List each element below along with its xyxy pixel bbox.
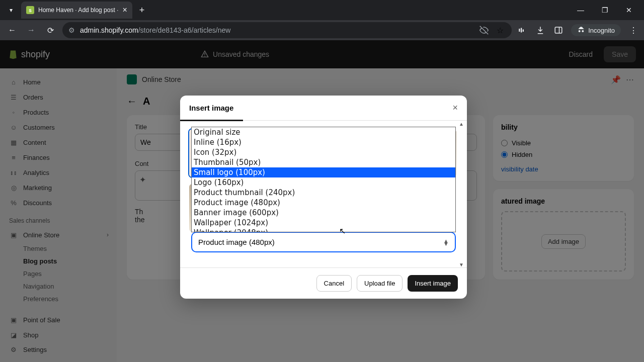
close-window-icon[interactable]: ✕ xyxy=(622,6,636,14)
close-tab-icon[interactable]: × xyxy=(122,6,127,15)
size-option[interactable]: Small logo (100px) xyxy=(192,167,455,177)
side-panel-icon[interactable] xyxy=(553,25,564,36)
incognito-badge[interactable]: Incognito xyxy=(571,24,621,36)
back-button[interactable]: ← xyxy=(5,23,19,37)
size-option[interactable]: Product image (480px) xyxy=(192,198,455,208)
svg-rect-1 xyxy=(521,28,522,33)
maximize-icon[interactable]: ❐ xyxy=(598,6,612,14)
tab-title: Home Haven · Add blog post · xyxy=(38,7,118,14)
eye-off-icon[interactable] xyxy=(478,25,490,36)
modal-title: Insert image xyxy=(189,104,233,112)
media-controls-icon[interactable] xyxy=(517,25,528,36)
size-option[interactable]: Wallpaper (1024px) xyxy=(192,218,455,228)
scroll-down-icon[interactable]: ▼ xyxy=(459,262,464,267)
address-bar[interactable]: ⚙ admin.shopify.com/store/de8143-a6/arti… xyxy=(62,22,512,38)
select-caret-icon: ▲▼ xyxy=(443,239,449,245)
incognito-icon xyxy=(577,26,585,34)
cancel-button[interactable]: Cancel xyxy=(316,275,352,292)
bookmark-star-icon[interactable]: ☆ xyxy=(495,25,506,36)
downloads-icon[interactable] xyxy=(535,25,546,36)
size-option[interactable]: Product thumbnail (240px) xyxy=(192,188,455,198)
size-option[interactable]: Banner image (600px) xyxy=(192,208,455,218)
scroll-up-icon[interactable]: ▲ xyxy=(459,121,464,127)
size-option[interactable]: Original size xyxy=(192,127,455,137)
size-select[interactable]: Product image (480px) ▲▼ xyxy=(191,232,456,252)
minimize-icon[interactable]: ― xyxy=(574,6,588,14)
size-option[interactable]: Logo (160px) xyxy=(192,177,455,188)
insert-image-button[interactable]: Insert image xyxy=(408,275,458,292)
site-info-icon[interactable]: ⚙ xyxy=(68,26,75,34)
size-option[interactable]: Wallpaper (2048px) xyxy=(192,228,455,232)
size-option[interactable]: Thumbnail (50px) xyxy=(192,157,455,167)
favicon-icon: s xyxy=(26,6,34,14)
new-tab-button[interactable]: + xyxy=(139,5,145,16)
browser-titlebar: ▾ s Home Haven · Add blog post · × + ― ❐… xyxy=(0,0,644,20)
browser-tab[interactable]: s Home Haven · Add blog post · × xyxy=(21,2,132,19)
browser-toolbar: ← → ⟳ ⚙ admin.shopify.com/store/de8143-a… xyxy=(0,20,644,40)
size-dropdown-list[interactable]: Original sizeInline (16px)Icon (32px)Thu… xyxy=(191,127,456,232)
upload-file-button[interactable]: Upload file xyxy=(357,275,403,292)
svg-rect-0 xyxy=(519,29,520,32)
svg-rect-3 xyxy=(555,27,562,33)
insert-image-modal: Insert image × ▲ Original sizeInline (16… xyxy=(180,96,467,299)
svg-rect-2 xyxy=(523,30,524,32)
incognito-label: Incognito xyxy=(588,27,615,34)
modal-close-icon[interactable]: × xyxy=(452,103,458,113)
tab-search-dropdown[interactable]: ▾ xyxy=(4,3,18,17)
forward-button[interactable]: → xyxy=(24,23,38,37)
browser-menu-icon[interactable]: ⋮ xyxy=(628,25,639,36)
size-option[interactable]: Inline (16px) xyxy=(192,137,455,147)
reload-button[interactable]: ⟳ xyxy=(43,23,57,37)
url-text: admin.shopify.com/store/de8143-a6/articl… xyxy=(80,26,473,34)
size-option[interactable]: Icon (32px) xyxy=(192,147,455,157)
size-select-value: Product image (480px) xyxy=(198,238,275,246)
